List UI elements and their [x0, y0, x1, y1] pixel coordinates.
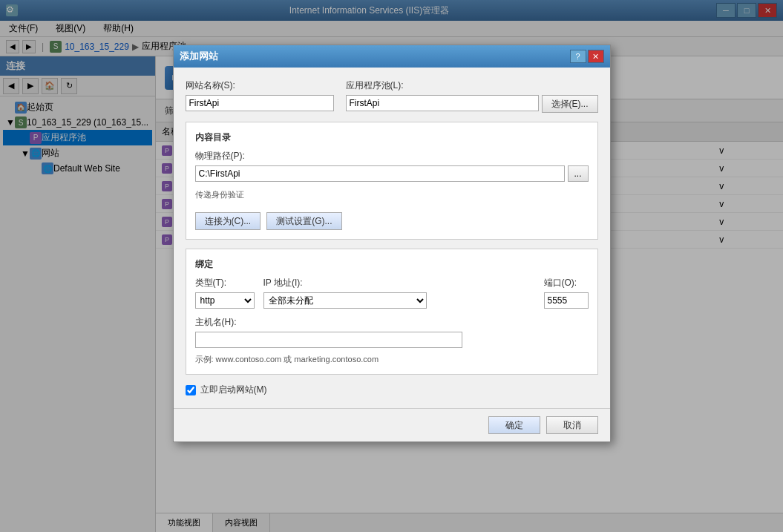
physical-path-label: 物理路径(P): [195, 150, 589, 162]
physical-path-input[interactable] [195, 165, 565, 182]
passthrough-auth-label: 传递身份验证 [195, 189, 589, 200]
content-dir-section: 内容目录 物理路径(P): ... 传递身份验证 连接为(C)... 测试设置(… [186, 122, 598, 240]
ip-select[interactable]: 全部未分配 [263, 292, 427, 309]
dialog-help-button[interactable]: ? [570, 50, 586, 63]
type-label: 类型(T): [195, 277, 255, 289]
hostname-input[interactable] [195, 332, 462, 348]
port-label: 端口(O): [544, 277, 589, 289]
hostname-label: 主机名(H): [195, 316, 589, 329]
binding-section: 绑定 类型(T): http https IP 地址(I): 全部未分配 [186, 249, 598, 375]
site-name-input[interactable] [186, 95, 334, 111]
hostname-hint: 示例: www.contoso.com 或 marketing.contoso.… [195, 354, 589, 365]
ok-button[interactable]: 确定 [488, 416, 540, 434]
port-input[interactable] [544, 292, 589, 309]
browse-button[interactable]: ... [568, 165, 589, 182]
dialog-close-button[interactable]: ✕ [588, 50, 604, 63]
add-website-dialog: 添加网站 ? ✕ 网站名称(S): 应用程序池(L): 选择(E)... [173, 45, 611, 442]
cancel-button[interactable]: 取消 [546, 416, 598, 434]
autostart-row: 立即启动网站(M) [186, 384, 598, 396]
site-name-row: 网站名称(S): 应用程序池(L): 选择(E)... [186, 79, 598, 113]
dialog-footer: 确定 取消 [174, 408, 610, 441]
site-name-label: 网站名称(S): [186, 79, 334, 92]
type-select[interactable]: http https [195, 292, 255, 309]
app-pool-input[interactable] [346, 95, 539, 111]
dialog-overlay: 添加网站 ? ✕ 网站名称(S): 应用程序池(L): 选择(E)... [0, 0, 783, 532]
test-settings-button[interactable]: 测试设置(G)... [266, 212, 341, 230]
binding-label: 绑定 [195, 258, 589, 271]
autostart-checkbox[interactable] [186, 385, 196, 395]
select-pool-button[interactable]: 选择(E)... [542, 95, 598, 113]
dialog-body: 网站名称(S): 应用程序池(L): 选择(E)... 内容目录 物理路径(P)… [174, 68, 610, 408]
content-dir-label: 内容目录 [195, 131, 589, 144]
dialog-title: 添加网站 [180, 50, 570, 63]
ip-label: IP 地址(I): [263, 277, 535, 289]
connect-as-button[interactable]: 连接为(C)... [195, 212, 261, 230]
app-pool-label: 应用程序池(L): [346, 79, 598, 92]
dialog-title-bar: 添加网站 ? ✕ [174, 45, 610, 68]
autostart-label: 立即启动网站(M) [200, 384, 267, 396]
